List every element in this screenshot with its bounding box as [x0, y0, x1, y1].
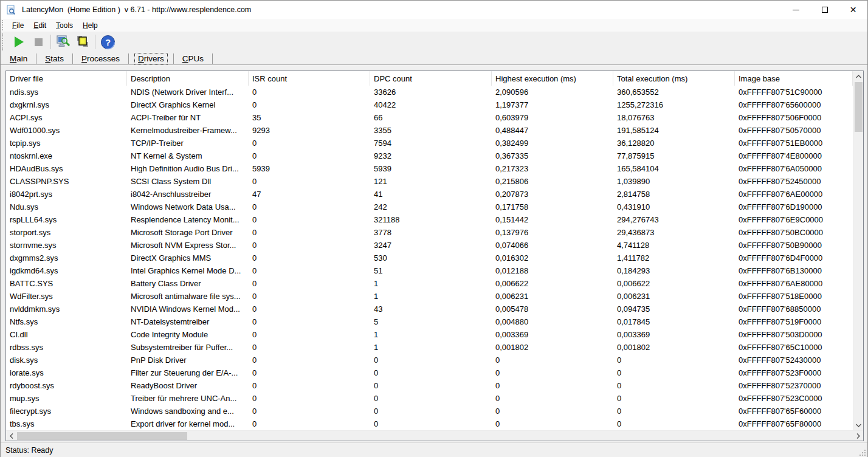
scroll-up-icon[interactable]	[853, 71, 864, 81]
cell: 0,003369	[613, 328, 735, 341]
cell: 1	[370, 290, 492, 303]
cell: 3247	[370, 239, 492, 252]
tab-stats[interactable]: Stats	[42, 53, 67, 64]
maximize-icon	[822, 7, 828, 13]
table-row[interactable]: rspLLL64.sysResplendence Latency Monit..…	[6, 213, 853, 226]
cell: 321188	[370, 213, 492, 226]
scroll-left-icon[interactable]	[6, 431, 16, 441]
maximize-button[interactable]	[810, 1, 839, 19]
resize-grip-icon[interactable]	[858, 448, 866, 456]
table-row[interactable]: disk.sysPnP Disk Driver00000xFFFFF807'52…	[6, 354, 853, 366]
cell: mup.sys	[6, 392, 127, 405]
vertical-scrollbar[interactable]	[853, 71, 863, 430]
table-row[interactable]: dxgkrnl.sysDirectX Graphics Kernel040422…	[6, 98, 853, 111]
horizontal-scrollbar[interactable]	[6, 430, 863, 441]
tab-main[interactable]: Main	[7, 53, 30, 64]
horizontal-scroll-thumb[interactable]	[17, 432, 187, 440]
tab-processes[interactable]: Processes	[78, 53, 123, 64]
table-row[interactable]: CLASSPNP.SYSSCSI Class System Dll01210,2…	[6, 175, 853, 188]
cell: 0	[370, 417, 492, 430]
cell: 0xFFFFF807'65F80000	[735, 417, 853, 430]
cell: NT Kernel & System	[127, 149, 249, 162]
cell: 1,039890	[613, 175, 735, 188]
table-row[interactable]: storport.sysMicrosoft Storage Port Drive…	[6, 226, 853, 239]
table-row[interactable]: iorate.sysFilter zur Steuerung der E/A-.…	[6, 366, 853, 379]
column-header-description[interactable]: Description	[127, 71, 249, 86]
table-row[interactable]: BATTC.SYSBattery Class Driver010,0066220…	[6, 277, 853, 290]
table-row[interactable]: tcpip.sysTCP/IP-Treiber075940,38249936,1…	[6, 137, 853, 149]
column-header-total-execution-ms-[interactable]: Total execution (ms)	[613, 71, 735, 86]
minimize-button[interactable]	[782, 1, 810, 19]
table-header: Driver fileDescriptionISR countDPC count…	[6, 71, 853, 86]
scroll-right-icon[interactable]	[853, 431, 863, 441]
table-row[interactable]: stornvme.sysMicrosoft NVM Express Stor..…	[6, 239, 853, 252]
cell: 0xFFFFF807'50570000	[735, 124, 853, 137]
menu-file[interactable]: File	[7, 20, 29, 31]
cell: 0,006231	[613, 290, 735, 303]
stop-monitor-button[interactable]	[29, 33, 47, 50]
table-row[interactable]: mup.sysTreiber für mehrere UNC-An...0000…	[6, 392, 853, 405]
cell: 66	[370, 111, 492, 124]
cell: 0	[613, 366, 735, 379]
column-header-highest-execution-ms-[interactable]: Highest execution (ms)	[492, 71, 613, 86]
scroll-down-icon[interactable]	[853, 420, 864, 430]
table-row[interactable]: rdyboost.sysReadyBoost Driver00000xFFFFF…	[6, 379, 853, 392]
cell: 530	[370, 252, 492, 264]
cell: 1	[370, 277, 492, 290]
analyze-button[interactable]	[54, 33, 72, 50]
table-row[interactable]: rdbss.sysSubsystemtreiber für Puffer...0…	[6, 341, 853, 354]
cell: Microsoft antimalware file sys...	[127, 290, 249, 303]
table-row[interactable]: Ndu.sysWindows Network Data Usa...02420,…	[6, 201, 853, 213]
table-row[interactable]: Ntfs.sysNT-Dateisystemtreiber050,0048800…	[6, 315, 853, 328]
table-row[interactable]: nvlddmkm.sysNVIDIA Windows Kernel Mod...…	[6, 303, 853, 315]
cell: 0	[249, 252, 370, 264]
cell: 77,875915	[613, 149, 735, 162]
cell: 0xFFFFF807'523F0000	[735, 366, 853, 379]
column-header-dpc-count[interactable]: DPC count	[370, 71, 492, 86]
help-button[interactable]: ?	[98, 33, 117, 50]
vertical-scroll-thumb[interactable]	[855, 82, 863, 132]
table-row[interactable]: i8042prt.sysi8042-Anschlusstreiber47410,…	[6, 188, 853, 201]
table-row[interactable]: ndis.sysNDIS (Network Driver Interf...03…	[6, 86, 853, 98]
cell: 18,076763	[613, 111, 735, 124]
table-row[interactable]: Wdf01000.sysKernelmodustreiber-Framew...…	[6, 124, 853, 137]
cell: ACPI.sys	[6, 111, 127, 124]
cell: 0,094735	[613, 303, 735, 315]
table-row[interactable]: ACPI.sysACPI-Treiber für NT35660,6039791…	[6, 111, 853, 124]
cell: 165,584104	[613, 162, 735, 175]
cell: 0	[492, 354, 613, 366]
table-row[interactable]: WdFilter.sysMicrosoft antimalware file s…	[6, 290, 853, 303]
cell: 9232	[370, 149, 492, 162]
close-button[interactable]: ✕	[839, 1, 867, 19]
cell: Export driver for kernel mod...	[127, 417, 249, 430]
menu-edit[interactable]: Edit	[29, 20, 51, 31]
cell: 0xFFFFF807'50BC0000	[735, 226, 853, 239]
copy-button[interactable]	[74, 33, 92, 50]
column-header-isr-count[interactable]: ISR count	[249, 71, 370, 86]
column-header-driver-file[interactable]: Driver file	[6, 71, 127, 86]
menu-help[interactable]: Help	[78, 20, 103, 31]
tab-cpus[interactable]: CPUs	[179, 53, 207, 64]
cell: Windows Network Data Usa...	[127, 201, 249, 213]
table-row[interactable]: tbs.sysExport driver for kernel mod...00…	[6, 417, 853, 430]
menu-tools[interactable]: Tools	[51, 20, 78, 31]
cell: DirectX Graphics Kernel	[127, 98, 249, 111]
minimize-icon	[793, 10, 799, 10]
column-header-image-base[interactable]: Image base	[735, 71, 853, 86]
start-monitor-button[interactable]	[10, 33, 28, 50]
cell: Wdf01000.sys	[6, 124, 127, 137]
table-row[interactable]: filecrypt.sysWindows sandboxing and e...…	[6, 405, 853, 417]
table-row[interactable]: igdkmd64.sysIntel Graphics Kernel Mode D…	[6, 264, 853, 277]
cell: SCSI Class System Dll	[127, 175, 249, 188]
tab-drivers[interactable]: Drivers	[134, 53, 168, 64]
app-icon	[6, 5, 16, 15]
table-row[interactable]: ntoskrnl.exeNT Kernel & System092320,367…	[6, 149, 853, 162]
table-row[interactable]: dxgmms2.sysDirectX Graphics MMS05300,016…	[6, 252, 853, 264]
cell: 0	[249, 277, 370, 290]
table-row[interactable]: HDAudBus.sysHigh Definition Audio Bus Dr…	[6, 162, 853, 175]
cell: 0	[370, 379, 492, 392]
cell: 0	[492, 366, 613, 379]
cell: 0,431910	[613, 201, 735, 213]
table-row[interactable]: CI.dllCode Integrity Module010,0033690,0…	[6, 328, 853, 341]
cell: 33626	[370, 86, 492, 98]
